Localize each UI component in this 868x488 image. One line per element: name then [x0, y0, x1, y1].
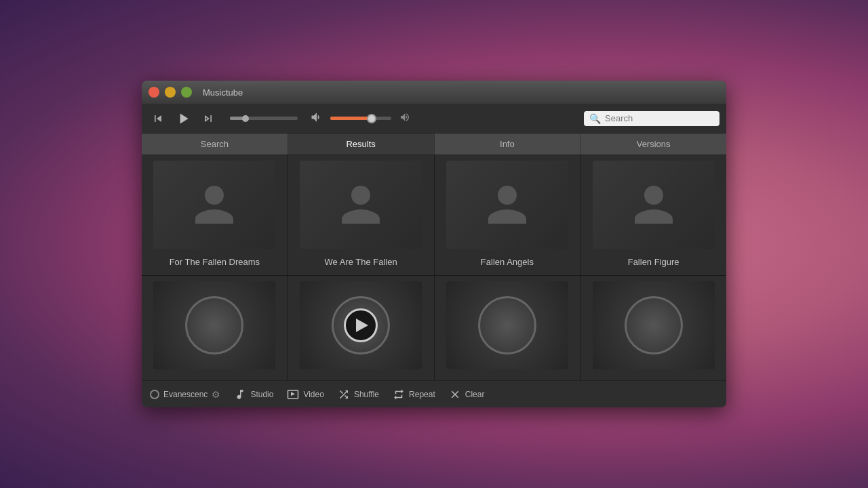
artist-label: Evanescenc	[163, 390, 208, 399]
result-item-2[interactable]: We Are The Fallen	[288, 155, 434, 275]
tab-bar: Search Results Info Versions	[142, 134, 726, 155]
search-input[interactable]	[605, 113, 714, 123]
clear-button[interactable]: Clear	[449, 388, 485, 401]
result-item-3[interactable]: Fallen Angels	[435, 155, 580, 275]
search-icon: 🔍	[589, 113, 601, 124]
result-item-5[interactable]	[142, 276, 288, 380]
main-window: Musictube	[142, 81, 726, 407]
volume-slider[interactable]	[330, 117, 391, 120]
result-name-1: For The Fallen Dreams	[170, 254, 260, 270]
album-thumbnail-4	[593, 281, 715, 369]
result-item-8[interactable]	[580, 276, 726, 380]
tab-results[interactable]: Results	[288, 134, 435, 155]
progress-slider[interactable]	[230, 117, 298, 120]
titlebar: Musictube	[142, 81, 726, 104]
close-button[interactable]	[149, 87, 159, 98]
studio-label: Studio	[250, 390, 273, 399]
statusbar: Evanescenc ⚙ Studio Video Shuffle	[142, 380, 726, 407]
results-grid: For The Fallen Dreams We Are The Fallen …	[142, 155, 726, 380]
tab-versions[interactable]: Versions	[580, 134, 726, 155]
artist-status[interactable]: Evanescenc ⚙	[150, 389, 220, 400]
artist-thumbnail-1	[153, 161, 275, 249]
result-name-3: Fallen Angels	[481, 254, 534, 270]
repeat-icon	[393, 388, 405, 401]
repeat-label: Repeat	[409, 390, 435, 399]
video-button[interactable]: Video	[287, 388, 323, 401]
tab-info[interactable]: Info	[435, 134, 581, 155]
result-item-6[interactable]	[288, 276, 434, 380]
video-icon	[287, 388, 299, 401]
volume-icon	[310, 110, 323, 127]
artist-thumbnail-3	[446, 161, 568, 249]
window-title: Musictube	[203, 87, 243, 98]
play-button[interactable]	[172, 107, 195, 130]
artist-thumbnail-2	[300, 161, 422, 249]
search-box: 🔍	[584, 111, 719, 126]
result-item-4[interactable]: Fallen Figure	[580, 155, 726, 275]
clear-label: Clear	[465, 390, 485, 399]
play-overlay[interactable]	[344, 308, 378, 342]
repeat-button[interactable]: Repeat	[393, 388, 435, 401]
shuffle-label: Shuffle	[354, 390, 379, 399]
maximize-button[interactable]	[181, 87, 192, 98]
shuffle-button[interactable]: Shuffle	[338, 388, 379, 401]
result-item-1[interactable]: For The Fallen Dreams	[142, 155, 288, 275]
clear-icon	[449, 388, 461, 401]
album-thumbnail-3	[446, 281, 568, 369]
result-item-7[interactable]	[435, 276, 580, 380]
tab-search[interactable]: Search	[142, 134, 288, 155]
result-name-4: Fallen Figure	[628, 254, 679, 270]
toolbar: 🔍	[142, 104, 726, 134]
minimize-button[interactable]	[165, 87, 176, 98]
result-name-2: We Are The Fallen	[325, 254, 397, 270]
artist-thumbnail-4	[593, 161, 715, 249]
shuffle-icon	[338, 388, 350, 401]
volume-end-icon	[399, 112, 410, 125]
radio-indicator	[150, 390, 159, 399]
video-label: Video	[303, 390, 323, 399]
album-thumbnail-1	[153, 281, 275, 369]
studio-icon	[234, 388, 246, 401]
loading-spinner: ⚙	[212, 389, 220, 400]
prev-button[interactable]	[149, 109, 167, 128]
studio-button[interactable]: Studio	[234, 388, 273, 401]
album-thumbnail-2	[300, 281, 422, 369]
next-button[interactable]	[199, 109, 218, 128]
